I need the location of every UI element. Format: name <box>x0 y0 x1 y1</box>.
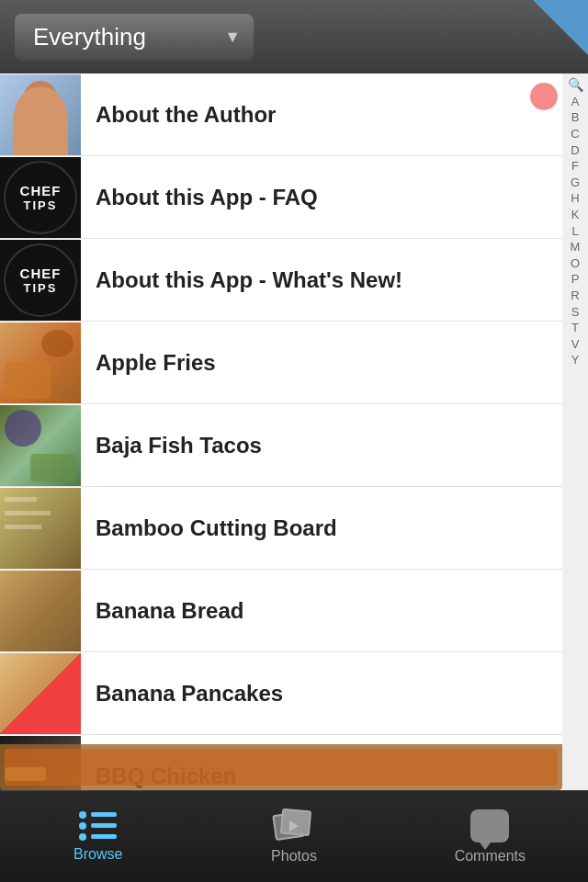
category-dropdown[interactable]: Everything ▼ <box>15 14 254 61</box>
author-thumbnail <box>0 74 81 155</box>
index-letter-v[interactable]: V <box>571 337 580 352</box>
index-letter-l[interactable]: L <box>571 224 578 239</box>
list-item[interactable]: About the Author <box>0 74 562 156</box>
list-item-title: About this App - What's New! <box>81 267 562 293</box>
list-item-title: Banana Bread <box>81 598 562 624</box>
list-item[interactable]: Banana Bread <box>0 570 562 652</box>
comments-label: Comments <box>455 848 526 865</box>
index-letter-t[interactable]: T <box>571 321 579 335</box>
tab-photos[interactable]: Photos <box>196 791 391 882</box>
list-item[interactable]: Bamboo Cutting Board <box>0 487 562 570</box>
list-item-title: Baja Fish Tacos <box>81 433 562 458</box>
list-item-title: Apple Fries <box>81 350 562 376</box>
index-letter-g[interactable]: G <box>571 175 580 190</box>
tab-comments[interactable]: Comments <box>392 791 588 882</box>
list-item-title: Bamboo Cutting Board <box>81 515 562 541</box>
content-list: About the Author CHEF TIPS About this Ap… <box>0 74 562 790</box>
list-item-title: Banana Pancakes <box>81 681 562 707</box>
list-item-title: About this App - FAQ <box>81 185 562 210</box>
index-letter-f[interactable]: F <box>571 159 579 174</box>
header: Everything ▼ <box>0 0 588 74</box>
index-letter-m[interactable]: M <box>571 240 581 254</box>
photos-label: Photos <box>271 848 317 865</box>
index-letter-d[interactable]: D <box>571 143 579 158</box>
list-item-title: About the Author <box>81 102 562 128</box>
search-index-icon[interactable]: 🔍 <box>568 77 583 93</box>
list-item[interactable]: CHEF TIPS About this App - FAQ <box>0 156 562 239</box>
banana-bread-thumbnail <box>0 571 81 651</box>
tab-browse[interactable]: Browse <box>0 791 196 882</box>
index-letter-c[interactable]: C <box>571 127 579 141</box>
photos-icon <box>274 809 314 842</box>
comments-icon <box>470 809 509 842</box>
index-letter-h[interactable]: H <box>571 191 579 206</box>
fish-tacos-thumbnail <box>0 405 81 486</box>
list-item[interactable]: CHEF TIPS About this App - What's New! <box>0 239 562 322</box>
list-item[interactable]: Baja Fish Tacos <box>0 404 562 487</box>
index-letter-b[interactable]: B <box>571 110 580 125</box>
index-letter-y[interactable]: Y <box>571 353 580 368</box>
index-letter-k[interactable]: K <box>571 208 580 222</box>
banana-pancakes-thumbnail <box>0 653 81 734</box>
corner-decoration <box>533 0 588 55</box>
chef-tips-thumbnail: CHEF TIPS <box>0 240 81 321</box>
tab-bar: Browse Photos Comments <box>0 790 588 882</box>
index-letter-a[interactable]: A <box>571 95 580 109</box>
index-letter-r[interactable]: R <box>571 288 579 303</box>
index-letter-p[interactable]: P <box>571 272 580 287</box>
list-item[interactable]: Banana Pancakes <box>0 652 562 735</box>
index-letter-s[interactable]: S <box>571 305 580 320</box>
bamboo-thumbnail <box>0 488 81 569</box>
index-letter-o[interactable]: O <box>571 256 580 271</box>
browse-icon <box>79 811 117 841</box>
dropdown-label: Everything <box>33 23 146 51</box>
chef-tips-thumbnail: CHEF TIPS <box>0 157 81 238</box>
apple-fries-thumbnail <box>0 322 81 403</box>
chevron-down-icon: ▼ <box>224 28 241 47</box>
list-item[interactable]: Apple Fries <box>0 322 562 404</box>
list-item[interactable]: BBQ Chicken <box>0 735 562 790</box>
alphabetical-index: 🔍ABCDFGHKLMOPRSTVY <box>562 74 588 790</box>
browse-label: Browse <box>74 846 122 863</box>
